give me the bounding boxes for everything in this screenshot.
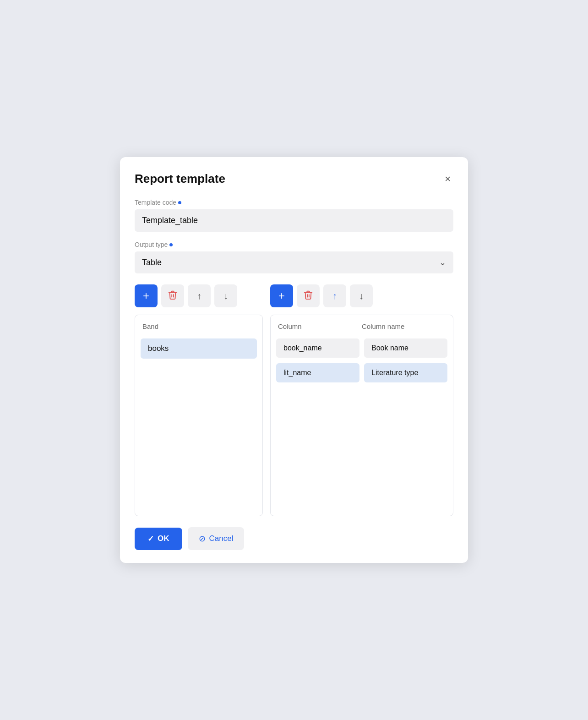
required-dot	[178, 201, 181, 204]
arrow-down-icon: ↓	[223, 291, 228, 301]
required-dot-2	[169, 243, 173, 246]
band-item[interactable]: books	[141, 338, 257, 359]
plus-icon: +	[143, 289, 149, 302]
cancel-label: Cancel	[209, 534, 234, 543]
band-down-button[interactable]: ↓	[214, 284, 237, 307]
panels-row: Band books Column Column name book_name …	[135, 315, 453, 516]
column-col-header: Column	[278, 322, 362, 330]
cancel-button[interactable]: ⊘ Cancel	[188, 527, 245, 550]
arrow-up-icon-2: ↑	[332, 291, 337, 301]
band-delete-button[interactable]	[161, 284, 184, 307]
close-button[interactable]: ×	[442, 172, 453, 186]
report-template-dialog: Report template × Template code Output t…	[120, 157, 468, 563]
column-up-button[interactable]: ↑	[323, 284, 346, 307]
column-add-button[interactable]: +	[270, 284, 293, 307]
arrow-down-icon-2: ↓	[359, 291, 364, 301]
column-panel-header: Column Column name	[271, 322, 453, 336]
column-row-0: book_name Book name	[271, 336, 453, 360]
ok-label: OK	[158, 534, 169, 543]
band-add-button[interactable]: +	[135, 284, 158, 307]
column-col-item-1[interactable]: lit_name	[276, 363, 359, 382]
plus-icon-2: +	[278, 289, 285, 302]
footer-row: ✓ OK ⊘ Cancel	[135, 527, 453, 550]
checkmark-icon: ✓	[147, 534, 154, 544]
column-name-item-0[interactable]: Book name	[364, 338, 447, 358]
column-panel-header-inner: Column Column name	[278, 322, 446, 330]
output-type-select[interactable]: Table List Summary	[135, 251, 453, 273]
column-toolbar: + ↑ ↓	[270, 284, 453, 307]
column-col-item-0[interactable]: book_name	[276, 338, 359, 358]
cancel-circle-icon: ⊘	[199, 534, 206, 544]
band-item-row: books	[135, 336, 262, 361]
trash-icon	[168, 290, 178, 302]
output-type-wrapper: Table List Summary ⌄	[135, 251, 453, 273]
dialog-header: Report template ×	[135, 172, 453, 186]
column-name-item-1[interactable]: Literature type	[364, 363, 447, 382]
column-name-header: Column name	[362, 322, 446, 330]
column-delete-button[interactable]	[297, 284, 320, 307]
output-type-label: Output type	[135, 241, 453, 248]
template-code-input[interactable]	[135, 209, 453, 232]
band-panel-header: Band	[135, 322, 262, 336]
column-down-button[interactable]: ↓	[350, 284, 373, 307]
toolbar-row: + ↑ ↓	[135, 284, 453, 307]
band-header-label: Band	[142, 322, 158, 330]
band-toolbar: + ↑ ↓	[135, 284, 263, 307]
dialog-title: Report template	[135, 172, 225, 186]
ok-button[interactable]: ✓ OK	[135, 528, 182, 550]
template-code-label: Template code	[135, 199, 453, 206]
band-panel: Band books	[135, 315, 263, 516]
trash-icon-2	[303, 290, 313, 302]
band-up-button[interactable]: ↑	[188, 284, 211, 307]
column-panel: Column Column name book_name Book name l…	[270, 315, 453, 516]
column-row-1: lit_name Literature type	[271, 360, 453, 385]
arrow-up-icon: ↑	[197, 291, 201, 301]
